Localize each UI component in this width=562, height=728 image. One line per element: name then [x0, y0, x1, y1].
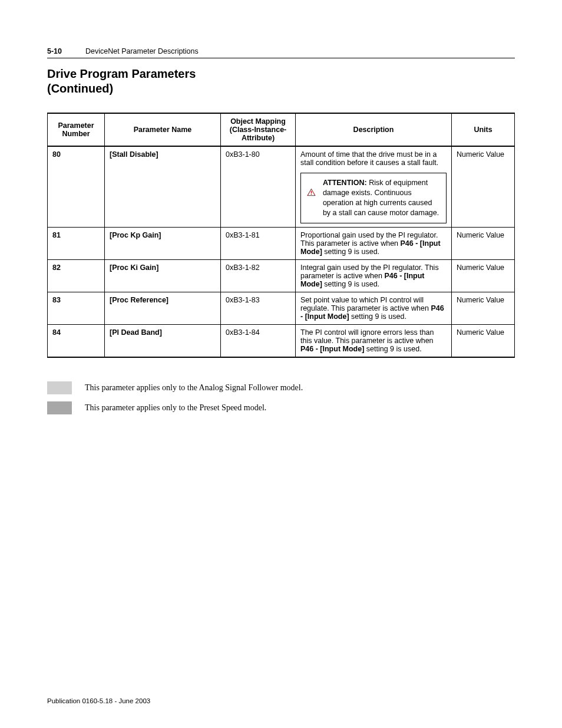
legend-swatch-light: [47, 381, 72, 394]
desc-post: setting 9 is used.: [322, 280, 379, 288]
desc-intro: Amount of time that the drive must be in…: [300, 150, 447, 167]
running-header: 5-10 DeviceNet Parameter Descriptions: [47, 47, 515, 58]
section-title: Drive Program Parameters (Continued): [47, 67, 515, 96]
cell-mapping: 0xB3-1-80: [221, 146, 296, 227]
legend-row-dark: This parameter applies only to the Prese…: [47, 401, 515, 414]
cell-description: Set point value to which PI control will…: [296, 292, 452, 324]
desc-post: setting 9 is used.: [322, 248, 379, 256]
desc-post: setting 9 is used.: [349, 312, 406, 321]
desc-bold: P46 - [Input Mode]: [300, 345, 364, 353]
cell-number: 82: [48, 259, 105, 292]
running-title: DeviceNet Parameter Descriptions: [85, 47, 199, 55]
cell-mapping: 0xB3-1-84: [221, 324, 296, 357]
cell-description: Amount of time that the drive must be in…: [296, 146, 452, 227]
footer: Publication 0160-5.18 - June 2003: [47, 697, 150, 704]
legend-row-light: This parameter applies only to the Analo…: [47, 381, 515, 394]
table-row: 82 [Proc Ki Gain] 0xB3-1-82 Integral gai…: [48, 259, 515, 292]
attention-label: ATTENTION:: [323, 179, 367, 187]
th-description: Description: [296, 113, 452, 146]
table-row: 80 [Stall Disable] 0xB3-1-80 Amount of t…: [48, 146, 515, 227]
desc-post: setting 9 is used.: [364, 345, 421, 353]
attention-icon: [307, 178, 316, 206]
cell-units: Numeric Value: [452, 227, 515, 259]
cell-mapping: 0xB3-1-83: [221, 292, 296, 324]
th-mapping-l1: Object Mapping: [230, 117, 286, 126]
desc-pre: Set point value to which PI control will…: [300, 296, 431, 312]
cell-number: 80: [48, 146, 105, 227]
cell-description: Integral gain used by the PI regulator. …: [296, 259, 452, 292]
svg-rect-2: [311, 191, 312, 193]
cell-number: 81: [48, 227, 105, 259]
th-object-mapping: Object Mapping (Class-Instance- Attribut…: [221, 113, 296, 146]
th-mapping-l2: (Class-Instance-: [230, 126, 287, 134]
cell-mapping: 0xB3-1-82: [221, 259, 296, 292]
cell-number: 83: [48, 292, 105, 324]
attention-box: ATTENTION: Risk of equipment damage exis…: [300, 173, 447, 223]
svg-point-3: [311, 194, 312, 195]
th-parameter-name: Parameter Name: [105, 113, 221, 146]
cell-name: [Stall Disable]: [105, 146, 221, 227]
page-number: 5-10: [47, 47, 62, 55]
table-row: 83 [Proc Reference] 0xB3-1-83 Set point …: [48, 292, 515, 324]
th-units: Units: [452, 113, 515, 146]
cell-units: Numeric Value: [452, 146, 515, 227]
cell-units: Numeric Value: [452, 324, 515, 357]
cell-name: [PI Dead Band]: [105, 324, 221, 357]
cell-name: [Proc Reference]: [105, 292, 221, 324]
table-row: 81 [Proc Kp Gain] 0xB3-1-81 Proportional…: [48, 227, 515, 259]
cell-mapping: 0xB3-1-81: [221, 227, 296, 259]
attention-text: ATTENTION: Risk of equipment damage exis…: [323, 178, 440, 218]
cell-name: [Proc Kp Gain]: [105, 227, 221, 259]
cell-number: 84: [48, 324, 105, 357]
legend-text-light: This parameter applies only to the Analo…: [85, 383, 303, 393]
th-parameter-number: Parameter Number: [48, 113, 105, 146]
cell-units: Numeric Value: [452, 259, 515, 292]
legend-swatch-dark: [47, 401, 72, 414]
legend-text-dark: This parameter applies only to the Prese…: [85, 403, 266, 413]
cell-description: The PI control will ignore errors less t…: [296, 324, 452, 357]
section-title-line1: Drive Program Parameters: [47, 67, 196, 80]
cell-units: Numeric Value: [452, 292, 515, 324]
cell-name: [Proc Ki Gain]: [105, 259, 221, 292]
table-header-row: Parameter Number Parameter Name Object M…: [48, 113, 515, 146]
cell-description: Proportional gain used by the PI regulat…: [296, 227, 452, 259]
section-title-line2: (Continued): [47, 82, 113, 95]
th-mapping-l3: Attribute): [242, 134, 275, 142]
parameters-table: Parameter Number Parameter Name Object M…: [47, 113, 515, 358]
legend: This parameter applies only to the Analo…: [47, 381, 515, 414]
table-row: 84 [PI Dead Band] 0xB3-1-84 The PI contr…: [48, 324, 515, 357]
desc-pre: The PI control will ignore errors less t…: [300, 328, 434, 345]
